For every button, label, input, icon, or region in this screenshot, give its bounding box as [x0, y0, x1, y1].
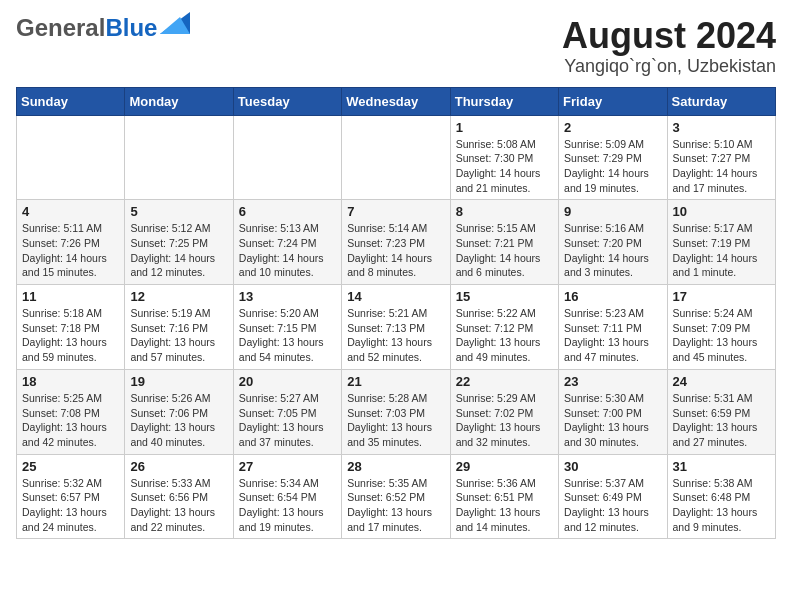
day-info: Sunrise: 5:19 AM Sunset: 7:16 PM Dayligh… [130, 306, 227, 365]
calendar-cell: 25Sunrise: 5:32 AM Sunset: 6:57 PM Dayli… [17, 454, 125, 539]
day-number: 30 [564, 459, 661, 474]
day-header-thursday: Thursday [450, 87, 558, 115]
day-number: 7 [347, 204, 444, 219]
page-header: GeneralBlue August 2024 Yangiqo`rg`on, U… [16, 16, 776, 77]
day-number: 14 [347, 289, 444, 304]
day-number: 31 [673, 459, 770, 474]
day-number: 21 [347, 374, 444, 389]
day-info: Sunrise: 5:21 AM Sunset: 7:13 PM Dayligh… [347, 306, 444, 365]
day-info: Sunrise: 5:38 AM Sunset: 6:48 PM Dayligh… [673, 476, 770, 535]
calendar-cell: 9Sunrise: 5:16 AM Sunset: 7:20 PM Daylig… [559, 200, 667, 285]
day-number: 5 [130, 204, 227, 219]
day-info: Sunrise: 5:18 AM Sunset: 7:18 PM Dayligh… [22, 306, 119, 365]
day-info: Sunrise: 5:27 AM Sunset: 7:05 PM Dayligh… [239, 391, 336, 450]
calendar-cell: 26Sunrise: 5:33 AM Sunset: 6:56 PM Dayli… [125, 454, 233, 539]
calendar-cell: 4Sunrise: 5:11 AM Sunset: 7:26 PM Daylig… [17, 200, 125, 285]
calendar-week-3: 11Sunrise: 5:18 AM Sunset: 7:18 PM Dayli… [17, 285, 776, 370]
day-number: 19 [130, 374, 227, 389]
calendar-cell: 18Sunrise: 5:25 AM Sunset: 7:08 PM Dayli… [17, 369, 125, 454]
calendar-cell: 28Sunrise: 5:35 AM Sunset: 6:52 PM Dayli… [342, 454, 450, 539]
day-info: Sunrise: 5:14 AM Sunset: 7:23 PM Dayligh… [347, 221, 444, 280]
calendar-table: SundayMondayTuesdayWednesdayThursdayFrid… [16, 87, 776, 540]
day-number: 29 [456, 459, 553, 474]
day-number: 13 [239, 289, 336, 304]
day-info: Sunrise: 5:28 AM Sunset: 7:03 PM Dayligh… [347, 391, 444, 450]
day-info: Sunrise: 5:16 AM Sunset: 7:20 PM Dayligh… [564, 221, 661, 280]
page-title: August 2024 [562, 16, 776, 56]
day-number: 23 [564, 374, 661, 389]
page-subtitle: Yangiqo`rg`on, Uzbekistan [562, 56, 776, 77]
calendar-week-4: 18Sunrise: 5:25 AM Sunset: 7:08 PM Dayli… [17, 369, 776, 454]
logo: GeneralBlue [16, 16, 190, 40]
day-info: Sunrise: 5:20 AM Sunset: 7:15 PM Dayligh… [239, 306, 336, 365]
calendar-cell: 2Sunrise: 5:09 AM Sunset: 7:29 PM Daylig… [559, 115, 667, 200]
day-number: 1 [456, 120, 553, 135]
calendar-cell: 17Sunrise: 5:24 AM Sunset: 7:09 PM Dayli… [667, 285, 775, 370]
day-number: 17 [673, 289, 770, 304]
day-info: Sunrise: 5:24 AM Sunset: 7:09 PM Dayligh… [673, 306, 770, 365]
day-info: Sunrise: 5:31 AM Sunset: 6:59 PM Dayligh… [673, 391, 770, 450]
calendar-week-5: 25Sunrise: 5:32 AM Sunset: 6:57 PM Dayli… [17, 454, 776, 539]
day-info: Sunrise: 5:17 AM Sunset: 7:19 PM Dayligh… [673, 221, 770, 280]
calendar-cell: 27Sunrise: 5:34 AM Sunset: 6:54 PM Dayli… [233, 454, 341, 539]
day-info: Sunrise: 5:13 AM Sunset: 7:24 PM Dayligh… [239, 221, 336, 280]
day-info: Sunrise: 5:08 AM Sunset: 7:30 PM Dayligh… [456, 137, 553, 196]
day-info: Sunrise: 5:33 AM Sunset: 6:56 PM Dayligh… [130, 476, 227, 535]
calendar-cell: 19Sunrise: 5:26 AM Sunset: 7:06 PM Dayli… [125, 369, 233, 454]
day-header-wednesday: Wednesday [342, 87, 450, 115]
calendar-cell: 10Sunrise: 5:17 AM Sunset: 7:19 PM Dayli… [667, 200, 775, 285]
calendar-header-row: SundayMondayTuesdayWednesdayThursdayFrid… [17, 87, 776, 115]
day-info: Sunrise: 5:35 AM Sunset: 6:52 PM Dayligh… [347, 476, 444, 535]
calendar-cell: 31Sunrise: 5:38 AM Sunset: 6:48 PM Dayli… [667, 454, 775, 539]
day-number: 24 [673, 374, 770, 389]
day-info: Sunrise: 5:30 AM Sunset: 7:00 PM Dayligh… [564, 391, 661, 450]
logo-blue: Blue [105, 14, 157, 41]
day-number: 8 [456, 204, 553, 219]
day-number: 25 [22, 459, 119, 474]
calendar-cell: 12Sunrise: 5:19 AM Sunset: 7:16 PM Dayli… [125, 285, 233, 370]
logo-icon [160, 12, 190, 34]
calendar-cell: 21Sunrise: 5:28 AM Sunset: 7:03 PM Dayli… [342, 369, 450, 454]
calendar-cell: 20Sunrise: 5:27 AM Sunset: 7:05 PM Dayli… [233, 369, 341, 454]
day-info: Sunrise: 5:15 AM Sunset: 7:21 PM Dayligh… [456, 221, 553, 280]
day-info: Sunrise: 5:29 AM Sunset: 7:02 PM Dayligh… [456, 391, 553, 450]
day-number: 2 [564, 120, 661, 135]
day-header-monday: Monday [125, 87, 233, 115]
day-info: Sunrise: 5:26 AM Sunset: 7:06 PM Dayligh… [130, 391, 227, 450]
day-info: Sunrise: 5:23 AM Sunset: 7:11 PM Dayligh… [564, 306, 661, 365]
day-number: 27 [239, 459, 336, 474]
day-header-sunday: Sunday [17, 87, 125, 115]
calendar-cell: 11Sunrise: 5:18 AM Sunset: 7:18 PM Dayli… [17, 285, 125, 370]
day-number: 9 [564, 204, 661, 219]
calendar-cell: 15Sunrise: 5:22 AM Sunset: 7:12 PM Dayli… [450, 285, 558, 370]
calendar-cell: 1Sunrise: 5:08 AM Sunset: 7:30 PM Daylig… [450, 115, 558, 200]
calendar-week-2: 4Sunrise: 5:11 AM Sunset: 7:26 PM Daylig… [17, 200, 776, 285]
calendar-cell: 23Sunrise: 5:30 AM Sunset: 7:00 PM Dayli… [559, 369, 667, 454]
day-number: 6 [239, 204, 336, 219]
title-block: August 2024 Yangiqo`rg`on, Uzbekistan [562, 16, 776, 77]
calendar-cell [125, 115, 233, 200]
day-header-saturday: Saturday [667, 87, 775, 115]
logo-general: General [16, 14, 105, 41]
calendar-cell: 29Sunrise: 5:36 AM Sunset: 6:51 PM Dayli… [450, 454, 558, 539]
day-number: 4 [22, 204, 119, 219]
calendar-cell: 14Sunrise: 5:21 AM Sunset: 7:13 PM Dayli… [342, 285, 450, 370]
day-number: 28 [347, 459, 444, 474]
day-number: 18 [22, 374, 119, 389]
day-number: 26 [130, 459, 227, 474]
day-number: 20 [239, 374, 336, 389]
day-number: 3 [673, 120, 770, 135]
day-header-tuesday: Tuesday [233, 87, 341, 115]
day-info: Sunrise: 5:25 AM Sunset: 7:08 PM Dayligh… [22, 391, 119, 450]
calendar-cell: 30Sunrise: 5:37 AM Sunset: 6:49 PM Dayli… [559, 454, 667, 539]
calendar-cell [233, 115, 341, 200]
calendar-cell: 5Sunrise: 5:12 AM Sunset: 7:25 PM Daylig… [125, 200, 233, 285]
day-number: 11 [22, 289, 119, 304]
calendar-cell: 16Sunrise: 5:23 AM Sunset: 7:11 PM Dayli… [559, 285, 667, 370]
calendar-cell: 24Sunrise: 5:31 AM Sunset: 6:59 PM Dayli… [667, 369, 775, 454]
calendar-cell: 3Sunrise: 5:10 AM Sunset: 7:27 PM Daylig… [667, 115, 775, 200]
day-header-friday: Friday [559, 87, 667, 115]
day-info: Sunrise: 5:10 AM Sunset: 7:27 PM Dayligh… [673, 137, 770, 196]
day-info: Sunrise: 5:12 AM Sunset: 7:25 PM Dayligh… [130, 221, 227, 280]
day-info: Sunrise: 5:36 AM Sunset: 6:51 PM Dayligh… [456, 476, 553, 535]
